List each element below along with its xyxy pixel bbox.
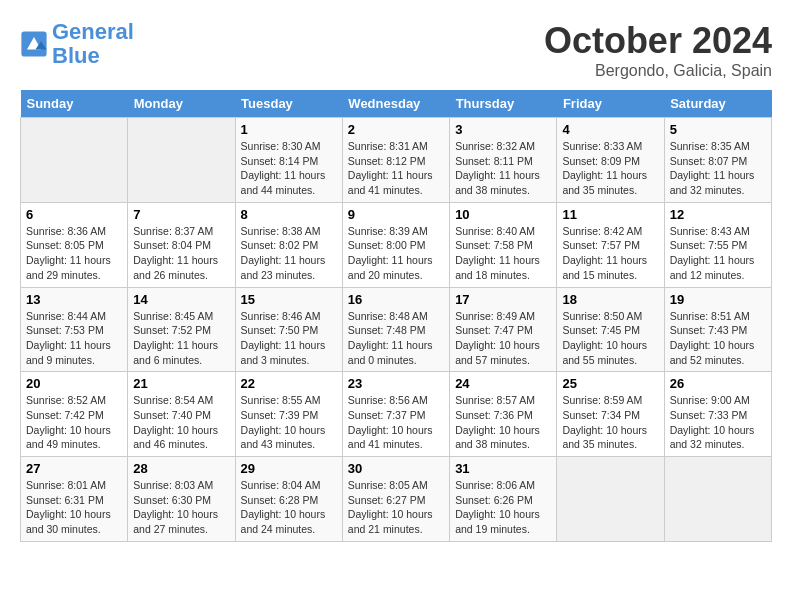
day-info: Sunrise: 8:36 AM Sunset: 8:05 PM Dayligh… [26,224,122,283]
day-cell: 19Sunrise: 8:51 AM Sunset: 7:43 PM Dayli… [664,287,771,372]
day-info: Sunrise: 8:48 AM Sunset: 7:48 PM Dayligh… [348,309,444,368]
weekday-header-thursday: Thursday [450,90,557,118]
day-number: 13 [26,292,122,307]
day-cell: 9Sunrise: 8:39 AM Sunset: 8:00 PM Daylig… [342,202,449,287]
logo: General Blue [20,20,134,68]
day-cell: 30Sunrise: 8:05 AM Sunset: 6:27 PM Dayli… [342,457,449,542]
day-cell: 23Sunrise: 8:56 AM Sunset: 7:37 PM Dayli… [342,372,449,457]
day-cell: 3Sunrise: 8:32 AM Sunset: 8:11 PM Daylig… [450,118,557,203]
day-cell: 17Sunrise: 8:49 AM Sunset: 7:47 PM Dayli… [450,287,557,372]
week-row-2: 6Sunrise: 8:36 AM Sunset: 8:05 PM Daylig… [21,202,772,287]
day-info: Sunrise: 8:52 AM Sunset: 7:42 PM Dayligh… [26,393,122,452]
day-info: Sunrise: 8:40 AM Sunset: 7:58 PM Dayligh… [455,224,551,283]
day-info: Sunrise: 8:38 AM Sunset: 8:02 PM Dayligh… [241,224,337,283]
day-cell [557,457,664,542]
day-number: 1 [241,122,337,137]
day-number: 15 [241,292,337,307]
week-row-4: 20Sunrise: 8:52 AM Sunset: 7:42 PM Dayli… [21,372,772,457]
day-cell: 26Sunrise: 9:00 AM Sunset: 7:33 PM Dayli… [664,372,771,457]
day-info: Sunrise: 8:33 AM Sunset: 8:09 PM Dayligh… [562,139,658,198]
location: Bergondo, Galicia, Spain [544,62,772,80]
month-title: October 2024 [544,20,772,62]
day-info: Sunrise: 8:43 AM Sunset: 7:55 PM Dayligh… [670,224,766,283]
day-cell [21,118,128,203]
day-info: Sunrise: 8:44 AM Sunset: 7:53 PM Dayligh… [26,309,122,368]
day-cell: 28Sunrise: 8:03 AM Sunset: 6:30 PM Dayli… [128,457,235,542]
day-number: 5 [670,122,766,137]
day-cell: 10Sunrise: 8:40 AM Sunset: 7:58 PM Dayli… [450,202,557,287]
day-number: 25 [562,376,658,391]
day-cell: 1Sunrise: 8:30 AM Sunset: 8:14 PM Daylig… [235,118,342,203]
day-info: Sunrise: 8:32 AM Sunset: 8:11 PM Dayligh… [455,139,551,198]
weekday-header-wednesday: Wednesday [342,90,449,118]
day-info: Sunrise: 8:35 AM Sunset: 8:07 PM Dayligh… [670,139,766,198]
day-cell: 2Sunrise: 8:31 AM Sunset: 8:12 PM Daylig… [342,118,449,203]
day-cell: 15Sunrise: 8:46 AM Sunset: 7:50 PM Dayli… [235,287,342,372]
day-cell: 16Sunrise: 8:48 AM Sunset: 7:48 PM Dayli… [342,287,449,372]
day-number: 9 [348,207,444,222]
day-info: Sunrise: 8:30 AM Sunset: 8:14 PM Dayligh… [241,139,337,198]
day-number: 12 [670,207,766,222]
day-cell: 21Sunrise: 8:54 AM Sunset: 7:40 PM Dayli… [128,372,235,457]
day-number: 19 [670,292,766,307]
day-number: 28 [133,461,229,476]
day-info: Sunrise: 8:50 AM Sunset: 7:45 PM Dayligh… [562,309,658,368]
day-cell: 14Sunrise: 8:45 AM Sunset: 7:52 PM Dayli… [128,287,235,372]
day-number: 20 [26,376,122,391]
day-info: Sunrise: 8:31 AM Sunset: 8:12 PM Dayligh… [348,139,444,198]
day-info: Sunrise: 8:51 AM Sunset: 7:43 PM Dayligh… [670,309,766,368]
day-cell: 6Sunrise: 8:36 AM Sunset: 8:05 PM Daylig… [21,202,128,287]
day-number: 7 [133,207,229,222]
day-number: 16 [348,292,444,307]
day-cell: 31Sunrise: 8:06 AM Sunset: 6:26 PM Dayli… [450,457,557,542]
week-row-1: 1Sunrise: 8:30 AM Sunset: 8:14 PM Daylig… [21,118,772,203]
day-info: Sunrise: 8:01 AM Sunset: 6:31 PM Dayligh… [26,478,122,537]
day-cell: 4Sunrise: 8:33 AM Sunset: 8:09 PM Daylig… [557,118,664,203]
day-cell: 20Sunrise: 8:52 AM Sunset: 7:42 PM Dayli… [21,372,128,457]
day-info: Sunrise: 8:55 AM Sunset: 7:39 PM Dayligh… [241,393,337,452]
day-number: 17 [455,292,551,307]
weekday-header-sunday: Sunday [21,90,128,118]
day-cell: 18Sunrise: 8:50 AM Sunset: 7:45 PM Dayli… [557,287,664,372]
weekday-header-friday: Friday [557,90,664,118]
week-row-5: 27Sunrise: 8:01 AM Sunset: 6:31 PM Dayli… [21,457,772,542]
day-number: 22 [241,376,337,391]
weekday-header-monday: Monday [128,90,235,118]
day-number: 31 [455,461,551,476]
day-cell [128,118,235,203]
day-cell: 22Sunrise: 8:55 AM Sunset: 7:39 PM Dayli… [235,372,342,457]
day-info: Sunrise: 8:45 AM Sunset: 7:52 PM Dayligh… [133,309,229,368]
day-info: Sunrise: 8:42 AM Sunset: 7:57 PM Dayligh… [562,224,658,283]
day-number: 24 [455,376,551,391]
day-info: Sunrise: 8:49 AM Sunset: 7:47 PM Dayligh… [455,309,551,368]
day-info: Sunrise: 8:37 AM Sunset: 8:04 PM Dayligh… [133,224,229,283]
day-number: 27 [26,461,122,476]
day-number: 18 [562,292,658,307]
weekday-header-tuesday: Tuesday [235,90,342,118]
day-cell: 25Sunrise: 8:59 AM Sunset: 7:34 PM Dayli… [557,372,664,457]
day-cell: 5Sunrise: 8:35 AM Sunset: 8:07 PM Daylig… [664,118,771,203]
logo-icon [20,30,48,58]
day-info: Sunrise: 8:46 AM Sunset: 7:50 PM Dayligh… [241,309,337,368]
day-number: 30 [348,461,444,476]
day-info: Sunrise: 8:05 AM Sunset: 6:27 PM Dayligh… [348,478,444,537]
day-number: 21 [133,376,229,391]
day-cell: 11Sunrise: 8:42 AM Sunset: 7:57 PM Dayli… [557,202,664,287]
day-number: 4 [562,122,658,137]
day-cell: 7Sunrise: 8:37 AM Sunset: 8:04 PM Daylig… [128,202,235,287]
day-number: 29 [241,461,337,476]
day-number: 2 [348,122,444,137]
day-info: Sunrise: 8:59 AM Sunset: 7:34 PM Dayligh… [562,393,658,452]
calendar-table: SundayMondayTuesdayWednesdayThursdayFrid… [20,90,772,542]
day-info: Sunrise: 8:57 AM Sunset: 7:36 PM Dayligh… [455,393,551,452]
weekday-header-row: SundayMondayTuesdayWednesdayThursdayFrid… [21,90,772,118]
day-info: Sunrise: 8:39 AM Sunset: 8:00 PM Dayligh… [348,224,444,283]
day-number: 23 [348,376,444,391]
day-info: Sunrise: 8:06 AM Sunset: 6:26 PM Dayligh… [455,478,551,537]
day-cell: 13Sunrise: 8:44 AM Sunset: 7:53 PM Dayli… [21,287,128,372]
day-cell: 27Sunrise: 8:01 AM Sunset: 6:31 PM Dayli… [21,457,128,542]
week-row-3: 13Sunrise: 8:44 AM Sunset: 7:53 PM Dayli… [21,287,772,372]
logo-line2: Blue [52,43,100,68]
day-number: 6 [26,207,122,222]
day-number: 3 [455,122,551,137]
